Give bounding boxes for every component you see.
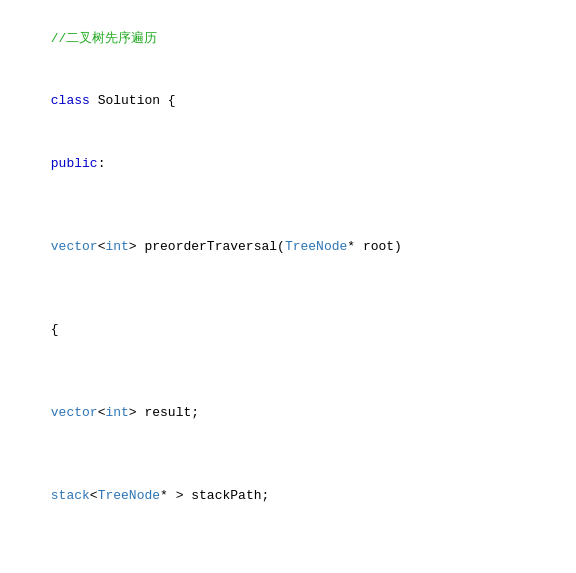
code-line: stack<TreeNode* > stackPath; — [0, 445, 576, 528]
code-line: TreeNode* p = root; — [0, 549, 576, 573]
code-editor: //二叉树先序遍历 class Solution { public: vecto… — [0, 0, 576, 573]
code-line: class Solution { — [0, 70, 576, 132]
code-line: vector<int> preorderTraversal(TreeNode* … — [0, 195, 576, 278]
code-line: vector<int> result; — [0, 362, 576, 445]
code-line: public: — [0, 133, 576, 195]
code-line: { — [0, 278, 576, 361]
code-line — [0, 528, 576, 549]
code-line: //二叉树先序遍历 — [0, 8, 576, 70]
